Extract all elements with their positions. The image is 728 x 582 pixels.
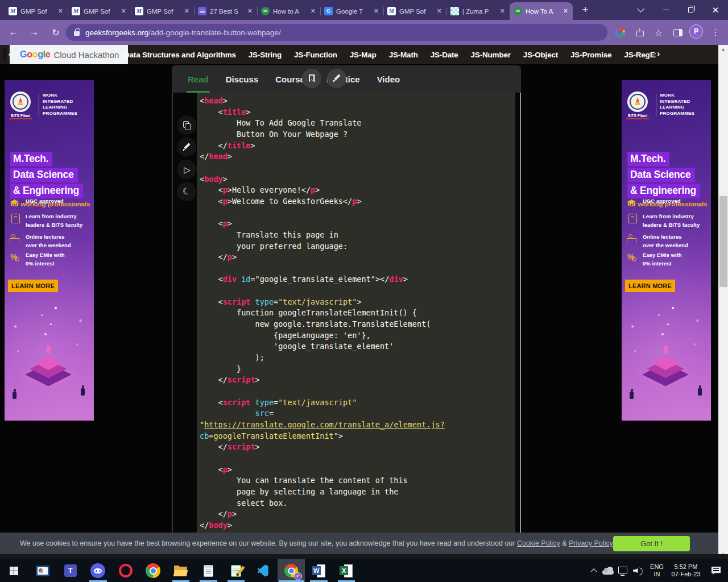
taskbar-vscode-button[interactable] [250, 559, 278, 582]
tray-overflow-button[interactable] [587, 559, 601, 582]
taskbar-chrome-button[interactable] [139, 559, 167, 582]
gfg-favicon-icon [261, 7, 270, 15]
taskbar-opera-button[interactable] [112, 559, 140, 582]
illustration-shape [667, 323, 669, 325]
close-window-button[interactable]: ✕ [703, 0, 728, 20]
learn-more-button[interactable]: LEARN MORE [625, 280, 675, 292]
moon-icon: ☾ [181, 186, 192, 197]
minimize-button[interactable] [653, 0, 678, 20]
browser-menu-icon[interactable]: ⋮ [709, 26, 722, 39]
side-panel-icon[interactable] [671, 26, 685, 39]
run-code-button[interactable]: ▷ [177, 160, 196, 179]
browser-tab[interactable]: | Zuma P✕ [446, 2, 510, 20]
browser-tab[interactable]: GMP Sof✕ [383, 2, 446, 20]
forward-button[interactable]: → [26, 24, 42, 40]
sidebar-ad-left[interactable]: BITS PilaniWORKINTEGRATEDLEARNINGPROGRAM… [5, 80, 94, 421]
browser-tab[interactable]: 27 Best S✕ [194, 2, 257, 20]
browser-tab[interactable]: How To A✕ [510, 2, 573, 20]
taskbar-notepad-button[interactable] [195, 559, 222, 582]
network-icon [618, 567, 627, 573]
gmp-favicon-icon [387, 7, 396, 15]
reload-button[interactable]: ↻ [48, 24, 64, 40]
tab-close-icon[interactable]: ✕ [247, 7, 253, 15]
network-button[interactable] [615, 559, 630, 582]
sidebar-ad-right[interactable]: BITS PilaniWORKINTEGRATEDLEARNINGPROGRAM… [622, 80, 711, 421]
tab-close-icon[interactable]: ✕ [184, 7, 190, 15]
nav-scroll-right-button[interactable]: › [657, 49, 660, 59]
nav-item[interactable]: JS-String [249, 51, 282, 59]
profile-avatar[interactable]: P [689, 25, 703, 38]
nav-item[interactable]: JS-Number [471, 51, 511, 59]
start-button[interactable] [0, 559, 27, 582]
nav-item[interactable]: JS-Promise [570, 51, 611, 59]
code-line: <head> [200, 95, 515, 107]
tab-close-icon[interactable]: ✕ [436, 7, 442, 15]
book-icon [627, 213, 639, 224]
browser-tab[interactable]: How to A✕ [257, 2, 320, 20]
restore-button[interactable] [678, 0, 703, 20]
tab-close-icon[interactable]: ✕ [499, 7, 506, 15]
tab-search-button[interactable] [628, 0, 653, 20]
browser-tab[interactable]: Google T✕ [320, 2, 383, 20]
tab-close-icon[interactable]: ✕ [562, 7, 569, 15]
browser-tab[interactable]: GMP Sof✕ [68, 2, 131, 20]
privacy-policy-link[interactable]: Privacy Policy [569, 539, 613, 547]
learn-more-button[interactable]: LEARN MORE [8, 280, 58, 292]
taskbar-notepad-plus-button[interactable] [222, 559, 250, 582]
scrollbar-thumb[interactable] [719, 196, 727, 287]
ad-bullet-text: Easy EMIs with0% interest [26, 251, 65, 268]
browser-tab[interactable]: GMP Sof✕ [5, 2, 68, 20]
bookmark-star-icon[interactable]: ☆ [652, 26, 665, 39]
article-tab-discuss[interactable]: Discuss [226, 65, 259, 93]
taskbar-explorer-button[interactable] [167, 559, 195, 582]
article-tab-read[interactable]: Read [188, 65, 209, 93]
bookmark-button[interactable] [302, 69, 321, 88]
page-scrollbar[interactable]: ▲ ▼ [718, 45, 728, 559]
taskbar-discord-button[interactable] [84, 559, 112, 582]
dark-mode-button[interactable]: ☾ [177, 182, 196, 201]
new-tab-button[interactable]: + [578, 3, 593, 18]
taskbar-excel-button[interactable] [333, 559, 361, 582]
google-cloud-hackathon-badge[interactable]: Google Cloud Hackathon [10, 45, 128, 64]
clock[interactable]: 5:52 PM07-Feb-23 [668, 559, 704, 582]
tab-close-icon[interactable]: ✕ [121, 7, 127, 15]
back-button[interactable]: ← [6, 24, 22, 40]
onedrive-button[interactable] [601, 559, 615, 582]
browser-tab[interactable]: GMP Sof✕ [131, 2, 194, 20]
nav-item[interactable]: JS-Map [350, 51, 377, 59]
share-icon[interactable] [632, 26, 646, 39]
code-line [200, 386, 515, 397]
scroll-up-arrow[interactable]: ▲ [718, 45, 728, 54]
ad-bullet: Online lecturesover the weekend [9, 232, 71, 250]
tab-list: GMP Sof✕GMP Sof✕GMP Sof✕27 Best S✕How to… [5, 2, 573, 20]
nav-item[interactable]: JS-Date [431, 51, 458, 59]
nav-item[interactable]: JS-Object [523, 51, 558, 59]
taskbar-chrome-profile-button[interactable]: P [278, 559, 305, 582]
copy-code-button[interactable] [177, 115, 196, 135]
nav-item[interactable]: JS-Math [389, 51, 418, 59]
address-bar[interactable]: geeksforgeeks.org/add-google-translate-b… [66, 24, 607, 41]
google-logo-icon[interactable] [613, 26, 627, 39]
tab-close-icon[interactable]: ✕ [310, 7, 316, 15]
edit-button[interactable] [327, 69, 346, 88]
nav-item[interactable]: JS-Function [294, 51, 337, 59]
code-line: </title> [200, 140, 515, 152]
got-it-button[interactable]: Got It ! [613, 536, 690, 551]
volume-button[interactable] [630, 559, 646, 582]
nav-item[interactable]: Data Structures and Algorithms [124, 51, 236, 59]
taskbar: P ENGIN 5:52 PM07-Feb-23 [0, 559, 728, 582]
tab-close-icon[interactable]: ✕ [373, 7, 379, 15]
taskbar-teams-button[interactable] [57, 559, 85, 582]
code-line: cb=googleTranslateElementInit"> [200, 431, 515, 442]
article-tab-video[interactable]: Video [377, 65, 400, 93]
edit-code-button[interactable] [177, 138, 196, 157]
taskbar-word-button[interactable] [305, 559, 333, 582]
tab-close-icon[interactable]: ✕ [57, 7, 64, 15]
taskbar-powerpoint-button[interactable] [29, 559, 57, 582]
cookie-policy-link[interactable]: Cookie Policy [517, 539, 560, 547]
nav-item[interactable]: JS-RegExp [624, 51, 656, 59]
action-center-button[interactable] [704, 559, 728, 582]
language-indicator[interactable]: ENGIN [646, 559, 668, 582]
code-link[interactable]: https://translate.google.com/translate_a… [204, 420, 445, 429]
gmp-favicon-icon [9, 7, 17, 15]
